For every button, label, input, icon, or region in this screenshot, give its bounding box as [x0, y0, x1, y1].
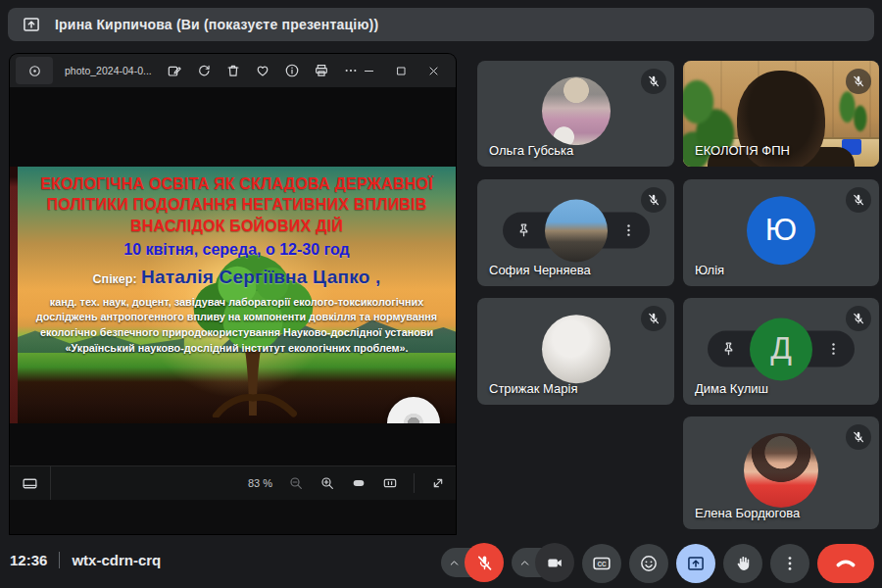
phone-hangup-icon [834, 552, 858, 575]
slide-image: ЕКОЛОГІЧНА ОСВІТА ЯК СКЛАДОВА ДЕРЖАВНОЇ … [18, 167, 456, 423]
captions-button[interactable] [582, 544, 621, 583]
mic-off-icon [641, 69, 666, 94]
participant-tile[interactable]: Стрижак Марія [477, 298, 674, 405]
mic-off-icon [475, 554, 494, 572]
favorite-icon[interactable] [255, 63, 270, 78]
raise-hand-button[interactable] [723, 544, 762, 583]
slide-datetime: 10 квітня, середа, о 12-30 год [27, 241, 446, 259]
presenting-banner-label: Ірина Кирпичова (Ви (показуєте презентац… [55, 17, 378, 32]
presentation-slide-photo: ЕКОЛОГІЧНА ОСВІТА ЯК СКЛАДОВА ДЕРЖАВНОЇ … [10, 167, 456, 423]
avatar: Ю [747, 196, 815, 265]
rotate-icon[interactable] [196, 63, 212, 78]
participant-tile[interactable]: Ольга Губська [477, 61, 674, 167]
delete-icon[interactable] [225, 63, 241, 78]
slide-title: ЕКОЛОГІЧНА ОСВІТА ЯК СКЛАДОВА ДЕРЖАВНОЇ … [27, 173, 446, 236]
slide-description: канд. тех. наук, доцент, завідувач лабор… [33, 295, 439, 357]
avatar [542, 76, 611, 145]
mic-off-icon [846, 187, 871, 213]
mic-off-icon [846, 424, 871, 450]
participant-name: ЕКОЛОГІЯ ФПН [695, 143, 790, 158]
participant-tile[interactable]: ЕКОЛОГІЯ ФПН [683, 61, 879, 167]
clock-time: 12:36 [10, 552, 47, 568]
captions-icon [592, 554, 612, 573]
camera-control-group [512, 542, 574, 583]
present-icon [686, 554, 706, 573]
presenting-banner: Ірина Кирпичова (Ви (показуєте презентац… [8, 8, 874, 41]
fullscreen-icon[interactable] [430, 475, 446, 491]
statusbar-divider [414, 473, 415, 493]
slide-text: ЕКОЛОГІЧНА ОСВІТА ЯК СКЛАДОВА ДЕРЖАВНОЇ … [18, 167, 456, 423]
photos-app-button[interactable] [16, 57, 53, 84]
photo-viewer-canvas: ЕКОЛОГІЧНА ОСВІТА ЯК СКЛАДОВА ДЕРЖАВНОЇ … [10, 87, 456, 500]
more-options-button[interactable] [770, 544, 809, 583]
photos-titlebar: photo_2024-04-0... [10, 54, 456, 87]
participant-name: Ольга Губська [489, 143, 573, 158]
hand-icon [733, 554, 753, 573]
more-icon[interactable] [343, 63, 359, 78]
emoji-icon [639, 554, 659, 573]
edit-image-icon[interactable] [167, 63, 182, 78]
camera-button[interactable] [535, 543, 574, 582]
camera-icon [546, 554, 564, 572]
mic-off-icon [641, 187, 666, 213]
participant-name: Дима Кулиш [695, 381, 768, 396]
avatar [542, 315, 611, 383]
zoom-in-icon[interactable] [319, 475, 335, 491]
presentation-icon [22, 15, 41, 34]
plant-right [830, 84, 873, 141]
more-options-icon[interactable] [825, 340, 842, 357]
info-divider [59, 552, 60, 568]
participant-name: Елена Бордюгова [695, 506, 800, 520]
participant-name: София Черняева [489, 263, 591, 277]
pin-icon[interactable] [720, 340, 737, 357]
zoom-out-icon[interactable] [288, 475, 304, 491]
avatar: Д [750, 318, 812, 380]
more-options-icon [780, 554, 800, 573]
photos-app-icon [27, 64, 42, 78]
chevron-up-icon [448, 557, 461, 569]
filmstrip-icon[interactable] [22, 475, 38, 492]
chevron-up-icon [518, 557, 531, 569]
zoom-level: 83 % [248, 477, 272, 489]
mic-control-group [441, 542, 504, 583]
participant-name: Стрижак Марія [489, 381, 577, 396]
pin-icon[interactable] [515, 221, 532, 238]
actual-size-icon[interactable] [382, 475, 398, 491]
slide-speaker-name: Наталія Сергіївна Цапко , [141, 267, 380, 287]
meet-app: Ірина Кирпичова (Ви (показуєте презентац… [0, 0, 882, 588]
minimize-icon[interactable] [363, 65, 375, 77]
print-icon[interactable] [314, 63, 329, 78]
more-options-icon[interactable] [620, 221, 637, 238]
maximize-icon[interactable] [395, 65, 408, 77]
slide-speaker-line: Спікер: Наталія Сергіївна Цапко , [27, 267, 446, 288]
fit-to-window-icon[interactable] [351, 475, 367, 491]
end-call-button[interactable] [817, 544, 874, 583]
meeting-code: wtx-cdrn-crq [72, 552, 161, 568]
participant-tile[interactable]: Елена Бордюгова [683, 416, 879, 529]
avatar [545, 199, 608, 262]
participant-tile[interactable]: Д Дима Кулиш [683, 298, 879, 405]
close-icon[interactable] [427, 65, 440, 77]
call-controls [441, 542, 874, 583]
participant-tile[interactable]: Ю Юлія [683, 179, 879, 286]
present-button[interactable] [676, 544, 715, 583]
shared-photos-window: photo_2024-04-0... [10, 54, 456, 534]
reactions-button[interactable] [629, 544, 668, 583]
slide-speaker-label: Спікер: [93, 272, 137, 286]
adjacent-photo-edge [10, 167, 18, 423]
photo-tab-title[interactable]: photo_2024-04-0... [65, 65, 159, 76]
photos-statusbar: 83 % [10, 466, 456, 500]
meeting-info: 12:36 wtx-cdrn-crq [10, 552, 161, 568]
mic-off-icon [641, 306, 666, 331]
mic-off-icon [846, 306, 871, 331]
avatar [744, 432, 818, 507]
participant-name: Юлія [695, 263, 724, 277]
mic-off-icon [846, 69, 871, 94]
mic-mute-button[interactable] [465, 543, 504, 582]
info-icon[interactable] [284, 63, 300, 78]
participant-tile[interactable]: София Черняева [477, 179, 674, 286]
